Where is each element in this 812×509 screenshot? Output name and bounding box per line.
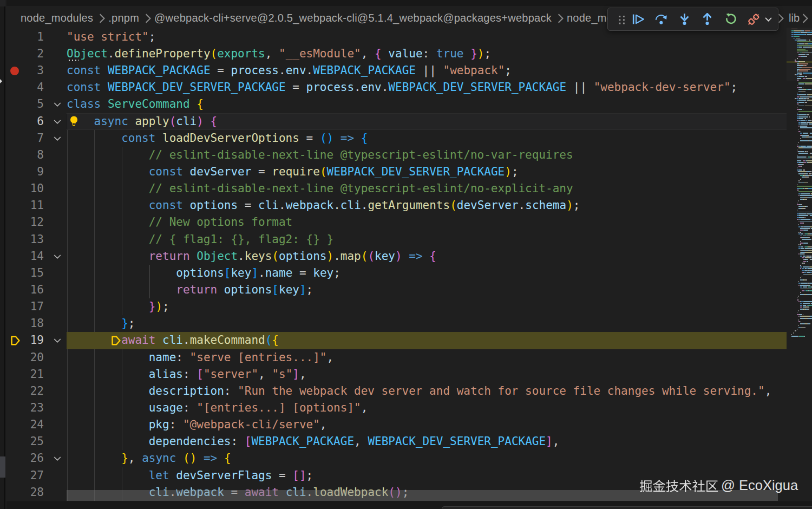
line-number[interactable]: 20 <box>6 349 44 366</box>
minimap-line <box>802 272 803 273</box>
code-line-18[interactable]: }; <box>67 315 135 332</box>
minimap[interactable] <box>787 28 812 342</box>
code-editor[interactable]: 1"use strict";2Object.defineProperty(exp… <box>6 28 787 501</box>
sidebar-scrollbar-thumb[interactable] <box>0 456 5 478</box>
code-whitespace <box>251 165 258 178</box>
code-line-5[interactable]: class ServeCommand { <box>67 96 204 113</box>
fold-chevron-icon[interactable] <box>52 251 63 264</box>
code-line-10[interactable]: // eslint-disable-next-line @typescript-… <box>67 180 573 197</box>
code-token-var: description <box>149 384 224 397</box>
code-whitespace <box>217 283 224 296</box>
code-line-21[interactable]: alias: ["server", "s"], <box>67 366 306 383</box>
line-number[interactable]: 9 <box>6 164 44 180</box>
continue-button[interactable] <box>628 9 648 30</box>
line-number[interactable]: 10 <box>6 180 44 197</box>
breadcrumb-item[interactable]: node_modules <box>21 12 93 24</box>
step-into-button[interactable] <box>675 9 694 30</box>
breadcrumb-item[interactable]: .pnpm <box>108 12 139 24</box>
minimap-line <box>801 226 803 227</box>
line-number[interactable]: 1 <box>6 29 44 45</box>
minimap-line <box>797 93 797 94</box>
minimap-line <box>804 156 806 158</box>
minimap-line <box>797 67 802 68</box>
code-token-pun: || <box>573 81 587 94</box>
code-line-25[interactable]: dependencies: [WEBPACK_PACKAGE, WEBPACK_… <box>67 433 559 450</box>
code-line-3[interactable]: const WEBPACK_PACKAGE = process.env.WEBP… <box>67 62 512 79</box>
minimap-line <box>797 146 798 147</box>
code-line-26[interactable]: }, async () => { <box>67 450 231 467</box>
line-number[interactable]: 4 <box>6 79 44 96</box>
line-number[interactable]: 26 <box>6 450 44 467</box>
code-line-12[interactable]: // New options format <box>67 214 292 231</box>
minimap-line <box>797 190 798 191</box>
line-number[interactable]: 14 <box>6 248 44 265</box>
code-whitespace <box>176 418 183 431</box>
breadcrumb-item[interactable]: @webpack-cli+serve@2.0.5_webpack-cli@5.1… <box>154 12 552 24</box>
line-number[interactable]: 23 <box>6 400 44 416</box>
code-line-20[interactable]: name: "serve [entries...]", <box>67 349 333 366</box>
code-line-17[interactable]: }); <box>67 298 169 315</box>
line-number[interactable]: 28 <box>6 484 44 501</box>
code-line-23[interactable]: usage: "[entries...] [options]", <box>67 400 368 416</box>
minimap-line <box>800 289 801 290</box>
line-number[interactable]: 17 <box>6 298 44 315</box>
line-number[interactable]: 25 <box>6 433 44 450</box>
line-number[interactable]: 6 <box>6 113 44 130</box>
code-line-24[interactable]: pkg: "@webpack-cli/serve", <box>67 416 327 433</box>
code-whitespace <box>67 266 176 279</box>
code-token-pun: , <box>765 384 772 397</box>
code-line-1[interactable]: "use strict"; <box>67 29 155 45</box>
line-number[interactable]: 24 <box>6 416 44 433</box>
code-line-13[interactable]: // { flag1: {}, flag2: {} } <box>67 231 333 248</box>
line-number[interactable]: 11 <box>6 197 44 214</box>
code-line-15[interactable]: options[key].name = key; <box>67 265 340 282</box>
breadcrumb-item[interactable]: lib <box>789 12 800 24</box>
fold-chevron-icon[interactable] <box>52 335 63 348</box>
minimap-line <box>808 43 812 44</box>
code-line-16[interactable]: return options[key]; <box>67 282 313 298</box>
step-over-button[interactable] <box>652 9 671 30</box>
line-number[interactable]: 21 <box>6 366 44 383</box>
code-line-14[interactable]: return Object.keys(options).map((key) =>… <box>67 248 436 265</box>
fold-chevron-icon[interactable] <box>52 116 63 129</box>
step-out-button[interactable] <box>698 9 717 30</box>
line-number[interactable]: 18 <box>6 315 44 332</box>
line-number[interactable]: 5 <box>6 96 44 113</box>
code-line-8[interactable]: // eslint-disable-next-line @typescript-… <box>67 147 573 164</box>
code-line-6[interactable]: async apply(cli) { <box>67 113 217 130</box>
sidebar-edge-top <box>0 0 5 6</box>
code-line-27[interactable]: let devServerFlags = []; <box>67 467 313 484</box>
code-token-kw: let <box>149 469 169 482</box>
code-line-19[interactable]: await cli.makeCommand({ <box>67 332 279 349</box>
line-number[interactable]: 22 <box>6 383 44 400</box>
minimap-line <box>799 169 802 171</box>
line-number[interactable]: 13 <box>6 231 44 248</box>
minimap-line <box>799 74 800 75</box>
breakpoint-dot[interactable] <box>10 67 19 75</box>
restart-button[interactable] <box>721 9 740 30</box>
line-number[interactable]: 16 <box>6 282 44 298</box>
line-number[interactable]: 8 <box>6 147 44 164</box>
fold-chevron-icon[interactable] <box>52 99 63 112</box>
code-line-7[interactable]: const loadDevServerOptions = () => { <box>67 130 368 147</box>
minimap-line <box>798 56 801 57</box>
fold-chevron-icon[interactable] <box>52 133 63 146</box>
code-token-cst: WEBPACK_DEV_SERVER_PACKAGE <box>108 81 286 94</box>
minimap-line <box>800 230 803 231</box>
minimap-line <box>798 103 799 105</box>
line-number[interactable]: 2 <box>6 45 44 62</box>
more-button[interactable] <box>758 9 778 30</box>
line-number[interactable]: 27 <box>6 467 44 484</box>
code-line-4[interactable]: const WEBPACK_DEV_SERVER_PACKAGE = proce… <box>67 79 737 96</box>
lightbulb-icon[interactable] <box>68 115 80 129</box>
code-line-11[interactable]: const options = cli.webpack.cli.getArgum… <box>67 197 580 214</box>
minimap-line <box>806 153 808 154</box>
code-line-9[interactable]: const devServer = require(WEBPACK_DEV_SE… <box>67 164 519 180</box>
line-number[interactable]: 15 <box>6 265 44 282</box>
fold-chevron-icon[interactable] <box>52 453 63 466</box>
code-line-22[interactable]: description: "Run the webpack dev server… <box>67 383 771 400</box>
code-token-pun: ; <box>512 165 519 178</box>
line-number[interactable]: 7 <box>6 130 44 147</box>
code-line-2[interactable]: Object.defineProperty(exports, "__esModu… <box>67 45 491 62</box>
line-number[interactable]: 12 <box>6 214 44 231</box>
